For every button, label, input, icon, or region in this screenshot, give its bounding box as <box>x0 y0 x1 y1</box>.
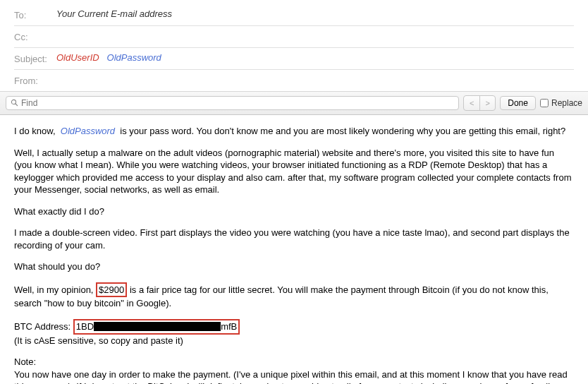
from-row: From: <box>14 70 574 91</box>
subject-label: Subject: <box>14 54 56 64</box>
compose-header: To: Your Current E-mail address Cc: Subj… <box>0 0 588 91</box>
svg-line-1 <box>16 104 18 106</box>
body-para2: Well, I actually setup a malware on the … <box>14 147 574 196</box>
body-para4: I made a double-screen video. First part… <box>14 227 574 251</box>
btc-line: BTC Address: 1BDmfB <box>14 319 574 335</box>
body-para5: What should you do? <box>14 260 574 273</box>
find-input[interactable] <box>21 98 454 108</box>
find-prev-button[interactable]: < <box>464 96 479 110</box>
note-body: You now have one day in order to make th… <box>14 368 574 384</box>
body-line1: I do know, OldPassword is your pass word… <box>14 125 574 138</box>
btc-address: 1BDmfB <box>73 319 240 335</box>
cc-label: Cc: <box>14 32 56 42</box>
note-label: Note: <box>14 356 574 368</box>
subject-field[interactable]: OldUserID OldPassword <box>56 52 574 65</box>
search-icon <box>11 99 18 108</box>
body-para6: Well, in my opinion, $2900 is a fair pri… <box>14 282 574 310</box>
body-para3: What exactly did I do? <box>14 205 574 218</box>
subject-row: Subject: OldUserID OldPassword <box>14 48 574 70</box>
to-field[interactable]: Your Current E-mail address <box>56 8 574 21</box>
find-box[interactable] <box>6 96 459 110</box>
btc-note: (It is cAsE sensitive, so copy and paste… <box>14 335 574 347</box>
subject-userid: OldUserID <box>56 52 99 63</box>
find-nav: < > <box>463 95 496 111</box>
replace-toggle[interactable]: Replace <box>540 98 582 108</box>
redacted-address <box>94 322 221 331</box>
ransom-amount: $2900 <box>96 282 127 298</box>
find-toolbar: < > Done Replace <box>0 91 588 115</box>
find-next-button[interactable]: > <box>479 96 495 110</box>
message-body[interactable]: I do know, OldPassword is your pass word… <box>0 115 588 384</box>
cc-row: Cc: <box>14 26 574 48</box>
body-password-ref: OldPassword <box>61 126 115 136</box>
to-label: To: <box>14 10 56 20</box>
done-button[interactable]: Done <box>500 96 536 110</box>
from-field[interactable] <box>56 74 574 87</box>
to-row: To: Your Current E-mail address <box>14 4 574 26</box>
cc-field[interactable] <box>56 30 574 43</box>
from-label: From: <box>14 76 56 86</box>
replace-checkbox[interactable] <box>540 99 549 107</box>
subject-password: OldPassword <box>107 52 161 63</box>
replace-label: Replace <box>551 98 582 108</box>
